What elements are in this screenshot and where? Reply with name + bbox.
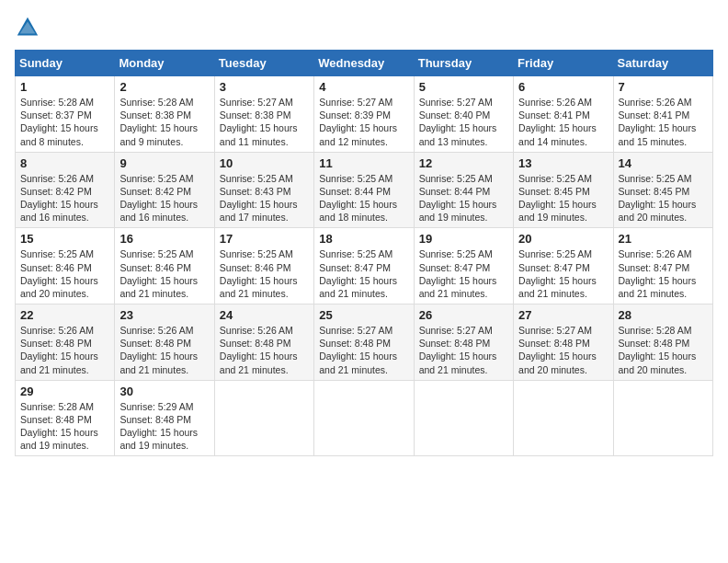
cell-info: Sunrise: 5:25 AMSunset: 8:46 PMDaylight:… — [20, 247, 109, 300]
day-number: 21 — [619, 232, 708, 246]
day-number: 22 — [20, 308, 109, 322]
cell-info: Sunrise: 5:28 AMSunset: 8:48 PMDaylight:… — [619, 324, 708, 376]
logo-icon — [15, 15, 40, 40]
cell-info: Sunrise: 5:25 AMSunset: 8:44 PMDaylight:… — [419, 172, 508, 224]
day-number: 8 — [20, 156, 109, 170]
weekday-header-tuesday: Tuesday — [214, 51, 313, 76]
calendar-cell: 16Sunrise: 5:25 AMSunset: 8:46 PMDayligh… — [115, 228, 214, 304]
calendar-cell: 26Sunrise: 5:27 AMSunset: 8:48 PMDayligh… — [414, 304, 513, 381]
calendar-cell: 22Sunrise: 5:26 AMSunset: 8:48 PMDayligh… — [16, 304, 115, 381]
cell-info: Sunrise: 5:25 AMSunset: 8:44 PMDaylight:… — [319, 172, 408, 224]
cell-info: Sunrise: 5:26 AMSunset: 8:41 PMDaylight:… — [619, 96, 708, 148]
calendar-cell: 3Sunrise: 5:27 AMSunset: 8:38 PMDaylight… — [214, 76, 313, 153]
day-number: 18 — [319, 232, 408, 246]
cell-info: Sunrise: 5:25 AMSunset: 8:43 PMDaylight:… — [220, 172, 309, 224]
calendar-cell: 17Sunrise: 5:25 AMSunset: 8:46 PMDayligh… — [214, 228, 313, 304]
calendar-cell: 20Sunrise: 5:25 AMSunset: 8:47 PMDayligh… — [514, 228, 613, 304]
weekday-header-sunday: Sunday — [16, 51, 115, 76]
calendar-week-1: 1Sunrise: 5:28 AMSunset: 8:37 PMDaylight… — [16, 76, 713, 153]
cell-info: Sunrise: 5:27 AMSunset: 8:40 PMDaylight:… — [419, 96, 508, 148]
calendar-cell: 10Sunrise: 5:25 AMSunset: 8:43 PMDayligh… — [214, 152, 313, 228]
calendar-cell: 5Sunrise: 5:27 AMSunset: 8:40 PMDaylight… — [414, 76, 513, 153]
calendar-cell: 29Sunrise: 5:28 AMSunset: 8:48 PMDayligh… — [16, 380, 115, 456]
cell-info: Sunrise: 5:25 AMSunset: 8:47 PMDaylight:… — [419, 247, 508, 300]
calendar-cell: 19Sunrise: 5:25 AMSunset: 8:47 PMDayligh… — [414, 228, 513, 304]
calendar-cell: 14Sunrise: 5:25 AMSunset: 8:45 PMDayligh… — [613, 152, 712, 228]
cell-info: Sunrise: 5:25 AMSunset: 8:45 PMDaylight:… — [619, 172, 708, 224]
cell-info: Sunrise: 5:25 AMSunset: 8:45 PMDaylight:… — [518, 172, 608, 224]
day-number: 17 — [220, 232, 309, 246]
day-number: 2 — [119, 80, 209, 94]
calendar-cell — [613, 380, 712, 456]
calendar-cell: 21Sunrise: 5:26 AMSunset: 8:47 PMDayligh… — [613, 228, 712, 304]
calendar-cell: 23Sunrise: 5:26 AMSunset: 8:48 PMDayligh… — [115, 304, 214, 381]
weekday-header-monday: Monday — [115, 51, 214, 76]
day-number: 9 — [119, 156, 209, 170]
page-header — [15, 15, 713, 40]
calendar-cell — [514, 380, 613, 456]
day-number: 23 — [119, 308, 209, 322]
day-number: 7 — [619, 80, 708, 94]
calendar-week-2: 8Sunrise: 5:26 AMSunset: 8:42 PMDaylight… — [16, 152, 713, 228]
day-number: 24 — [220, 308, 309, 322]
calendar-cell: 24Sunrise: 5:26 AMSunset: 8:48 PMDayligh… — [214, 304, 313, 381]
cell-info: Sunrise: 5:26 AMSunset: 8:48 PMDaylight:… — [119, 324, 209, 376]
cell-info: Sunrise: 5:26 AMSunset: 8:47 PMDaylight:… — [619, 247, 708, 300]
day-number: 13 — [518, 156, 608, 170]
day-number: 28 — [619, 308, 708, 322]
calendar-cell: 6Sunrise: 5:26 AMSunset: 8:41 PMDaylight… — [514, 76, 613, 153]
cell-info: Sunrise: 5:28 AMSunset: 8:37 PMDaylight:… — [20, 96, 109, 148]
day-number: 4 — [319, 80, 408, 94]
calendar-cell — [314, 380, 414, 456]
calendar-cell: 7Sunrise: 5:26 AMSunset: 8:41 PMDaylight… — [613, 76, 712, 153]
calendar-cell — [414, 380, 513, 456]
cell-info: Sunrise: 5:28 AMSunset: 8:48 PMDaylight:… — [20, 400, 109, 453]
calendar-week-4: 22Sunrise: 5:26 AMSunset: 8:48 PMDayligh… — [16, 304, 713, 381]
cell-info: Sunrise: 5:27 AMSunset: 8:38 PMDaylight:… — [220, 96, 309, 148]
cell-info: Sunrise: 5:25 AMSunset: 8:46 PMDaylight:… — [119, 247, 209, 300]
calendar-cell: 11Sunrise: 5:25 AMSunset: 8:44 PMDayligh… — [314, 152, 414, 228]
calendar-cell: 13Sunrise: 5:25 AMSunset: 8:45 PMDayligh… — [514, 152, 613, 228]
day-number: 10 — [220, 156, 309, 170]
calendar-cell: 27Sunrise: 5:27 AMSunset: 8:48 PMDayligh… — [514, 304, 613, 381]
weekday-header-thursday: Thursday — [414, 51, 513, 76]
day-number: 27 — [518, 308, 608, 322]
calendar-table: SundayMondayTuesdayWednesdayThursdayFrid… — [15, 50, 713, 456]
cell-info: Sunrise: 5:26 AMSunset: 8:41 PMDaylight:… — [518, 96, 608, 148]
day-number: 11 — [319, 156, 408, 170]
day-number: 14 — [619, 156, 708, 170]
day-number: 5 — [419, 80, 508, 94]
cell-info: Sunrise: 5:25 AMSunset: 8:42 PMDaylight:… — [119, 172, 209, 224]
calendar-cell: 9Sunrise: 5:25 AMSunset: 8:42 PMDaylight… — [115, 152, 214, 228]
cell-info: Sunrise: 5:26 AMSunset: 8:48 PMDaylight:… — [220, 324, 309, 376]
calendar-cell: 8Sunrise: 5:26 AMSunset: 8:42 PMDaylight… — [16, 152, 115, 228]
day-number: 19 — [419, 232, 508, 246]
calendar-cell: 25Sunrise: 5:27 AMSunset: 8:48 PMDayligh… — [314, 304, 414, 381]
calendar-week-5: 29Sunrise: 5:28 AMSunset: 8:48 PMDayligh… — [16, 380, 713, 456]
day-number: 26 — [419, 308, 508, 322]
calendar-cell: 12Sunrise: 5:25 AMSunset: 8:44 PMDayligh… — [414, 152, 513, 228]
day-number: 1 — [20, 80, 109, 94]
cell-info: Sunrise: 5:25 AMSunset: 8:46 PMDaylight:… — [220, 247, 309, 300]
weekday-header-saturday: Saturday — [613, 51, 712, 76]
day-number: 12 — [419, 156, 508, 170]
cell-info: Sunrise: 5:27 AMSunset: 8:39 PMDaylight:… — [319, 96, 408, 148]
cell-info: Sunrise: 5:27 AMSunset: 8:48 PMDaylight:… — [419, 324, 508, 376]
day-number: 16 — [119, 232, 209, 246]
cell-info: Sunrise: 5:27 AMSunset: 8:48 PMDaylight:… — [518, 324, 608, 376]
day-number: 20 — [518, 232, 608, 246]
calendar-cell: 4Sunrise: 5:27 AMSunset: 8:39 PMDaylight… — [314, 76, 414, 153]
calendar-cell — [214, 380, 313, 456]
calendar-cell: 30Sunrise: 5:29 AMSunset: 8:48 PMDayligh… — [115, 380, 214, 456]
calendar-cell: 28Sunrise: 5:28 AMSunset: 8:48 PMDayligh… — [613, 304, 712, 381]
weekday-header-wednesday: Wednesday — [314, 51, 414, 76]
cell-info: Sunrise: 5:27 AMSunset: 8:48 PMDaylight:… — [319, 324, 408, 376]
day-number: 29 — [20, 385, 109, 398]
day-number: 15 — [20, 232, 109, 246]
calendar-cell: 18Sunrise: 5:25 AMSunset: 8:47 PMDayligh… — [314, 228, 414, 304]
cell-info: Sunrise: 5:28 AMSunset: 8:38 PMDaylight:… — [119, 96, 209, 148]
day-number: 3 — [220, 80, 309, 94]
day-number: 30 — [119, 385, 209, 398]
cell-info: Sunrise: 5:25 AMSunset: 8:47 PMDaylight:… — [518, 247, 608, 300]
day-number: 6 — [518, 80, 608, 94]
